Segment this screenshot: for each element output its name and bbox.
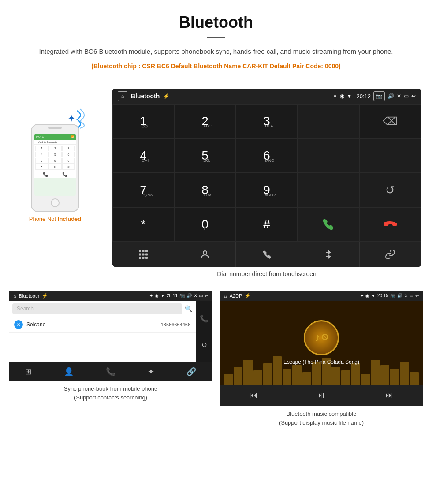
link-tab[interactable] — [360, 242, 421, 267]
dial-bottom-toolbar — [112, 242, 421, 267]
phone-speaker — [48, 127, 62, 129]
pb-usb-icon: ⚡ — [42, 293, 48, 299]
music-statusbar: ⌂ A2DP ⚡ ✦ ◉ ▼ 20:15 📷 🔊 ✕ ▭ ↩ — [220, 291, 423, 301]
contact-row[interactable]: S Seicane 13566664466 — [9, 317, 196, 333]
dial-end-button[interactable] — [359, 207, 421, 242]
dial-key-2[interactable]: 2ABC — [174, 104, 236, 138]
dial-call-button[interactable] — [298, 207, 359, 242]
album-art: ♪ — [304, 320, 339, 355]
svg-text:♪: ♪ — [315, 331, 320, 344]
statusbar-time: 20:12 — [356, 93, 371, 100]
call-log-tab[interactable] — [236, 242, 298, 267]
pb-signal-icon: ▼ — [160, 293, 165, 298]
dialpad-tab[interactable] — [112, 242, 174, 267]
next-track-button[interactable]: ⏭ — [385, 391, 393, 400]
pb-bt-icon: ✦ — [149, 293, 153, 298]
dial-key-star[interactable]: * — [112, 207, 174, 242]
home-icon[interactable]: ⌂ — [118, 91, 127, 101]
ms-cam-icon: 📷 — [390, 293, 395, 298]
search-area: Search 🔍 — [9, 301, 196, 317]
pb-cam-icon: 📷 — [179, 293, 185, 298]
pb-home-icon: ⌂ — [13, 293, 16, 299]
phonebook-screen: ⌂ Bluetooth ⚡ ✦ ◉ ▼ 20:11 📷 🔊 ✕ ▭ ↩ — [9, 291, 212, 381]
svg-rect-7 — [139, 257, 141, 259]
dial-statusbar: ⌂ Bluetooth ⚡ ✦ ◉ ▼ 20:12 📷 🔊 ✕ ▭ ↩ — [112, 89, 421, 104]
close-icon: ✕ — [397, 93, 401, 99]
pb-bot-contacts-icon[interactable]: 👤 — [64, 367, 74, 377]
pb-bot-grid-icon[interactable]: ⊞ — [25, 367, 32, 377]
dial-empty-2 — [298, 138, 359, 173]
phonebook-content: Search 🔍 S Seicane 13566664466 — [9, 301, 196, 362]
pb-bot-link-icon[interactable]: 🔗 — [186, 367, 196, 377]
svg-line-15 — [323, 335, 327, 339]
phonebook-middle: Search 🔍 S Seicane 13566664466 📞 ↺ — [9, 301, 212, 362]
ms-close-icon: ✕ — [404, 293, 408, 298]
ms-sig-icon: ▼ — [371, 293, 376, 298]
svg-rect-6 — [145, 254, 148, 256]
phonebook-statusbar: ⌂ Bluetooth ⚡ ✦ ◉ ▼ 20:11 📷 🔊 ✕ ▭ ↩ — [9, 291, 212, 301]
pb-right-refresh-icon[interactable]: ↺ — [201, 341, 207, 349]
header-description: Integrated with BC6 Bluetooth module, su… — [26, 46, 406, 57]
pb-location-icon: ◉ — [155, 293, 159, 298]
backspace-key[interactable]: ⌫ — [359, 104, 421, 138]
ms-loc-icon: ◉ — [365, 293, 369, 298]
car-dial-screen: ⌂ Bluetooth ⚡ ✦ ◉ ▼ 20:12 📷 🔊 ✕ ▭ ↩ — [112, 89, 421, 267]
search-icon[interactable]: 🔍 — [185, 305, 192, 312]
music-screen: ⌂ A2DP ⚡ ✦ ◉ ▼ 20:15 📷 🔊 ✕ ▭ ↩ — [220, 291, 423, 406]
statusbar-bluetooth-title: Bluetooth — [131, 93, 160, 100]
location-icon: ◉ — [340, 93, 344, 99]
back-icon: ↩ — [411, 93, 416, 99]
phonebook-item: ⌂ Bluetooth ⚡ ✦ ◉ ▼ 20:11 📷 🔊 ✕ ▭ ↩ — [9, 291, 212, 427]
ms-time: 20:15 — [377, 293, 388, 298]
dial-key-8[interactable]: 8TUV — [174, 173, 236, 207]
dial-key-0[interactable]: 0+ — [174, 207, 236, 242]
ms-screen-icon: ▭ — [410, 293, 413, 298]
phone-dialpad: 123 456 789 *0# — [34, 145, 76, 171]
pb-right-call-icon[interactable]: 📞 — [200, 314, 209, 323]
dial-caption: Dial number direct from touchscreen — [217, 270, 317, 277]
dial-key-5[interactable]: 5JKL — [174, 138, 236, 173]
screen-icon: ▭ — [404, 93, 409, 99]
dial-key-7[interactable]: 7PQRS — [112, 173, 174, 207]
dial-empty-3 — [359, 138, 421, 173]
dial-key-4[interactable]: 4GHI — [112, 138, 174, 173]
dial-key-hash[interactable]: # — [236, 207, 298, 242]
ms-usb-icon: ⚡ — [245, 293, 251, 299]
bottom-section: ⌂ Bluetooth ⚡ ✦ ◉ ▼ 20:11 📷 🔊 ✕ ▭ ↩ — [0, 282, 432, 431]
svg-rect-4 — [139, 254, 141, 256]
play-pause-button[interactable]: ⏯ — [317, 391, 325, 400]
svg-rect-5 — [142, 254, 144, 256]
pb-vol-icon: 🔊 — [186, 293, 192, 298]
bt-status-icon: ✦ — [333, 93, 337, 99]
dial-key-9[interactable]: 9WXYZ — [236, 173, 298, 207]
phone-home-button — [51, 198, 60, 207]
music-controls: ⏮ ⏯ ⏭ — [220, 385, 423, 406]
bluetooth-tab[interactable] — [298, 242, 360, 267]
pb-bot-bt-icon[interactable]: ✦ — [148, 367, 154, 377]
camera-icon[interactable]: 📷 — [373, 91, 385, 101]
music-item: ⌂ A2DP ⚡ ✦ ◉ ▼ 20:15 📷 🔊 ✕ ▭ ↩ — [220, 291, 423, 427]
page-header: Bluetooth Integrated with BC6 Bluetooth … — [0, 0, 432, 84]
refresh-key[interactable]: ↺ — [359, 173, 421, 207]
dial-display-area — [298, 104, 359, 138]
dial-key-6[interactable]: 6MNO — [236, 138, 298, 173]
ms-back-icon: ↩ — [415, 293, 419, 298]
contact-number: 13566664466 — [161, 322, 190, 327]
prev-track-button[interactable]: ⏮ — [250, 391, 257, 400]
ms-home-icon: ⌂ — [224, 293, 227, 299]
pb-bot-phone-icon[interactable]: 📞 — [106, 367, 115, 377]
search-bar[interactable]: Search — [12, 303, 182, 314]
pb-title: Bluetooth — [19, 293, 39, 299]
dial-key-3[interactable]: 3DEF — [236, 104, 298, 138]
contacts-tab[interactable] — [174, 242, 236, 267]
dial-key-1[interactable]: 1⌬⌬ — [112, 104, 174, 138]
contact-name: Seicane — [26, 321, 157, 328]
car-screen-section: ⌂ Bluetooth ⚡ ✦ ◉ ▼ 20:12 📷 🔊 ✕ ▭ ↩ — [110, 89, 423, 277]
svg-point-10 — [203, 251, 207, 254]
phonebook-bottom-toolbar: ⊞ 👤 📞 ✦ 🔗 — [9, 362, 212, 381]
pb-close-icon: ✕ — [194, 293, 197, 298]
svg-rect-3 — [145, 250, 148, 252]
svg-rect-9 — [145, 257, 148, 259]
phonebook-caption: Sync phone-book from mobile phone (Suppo… — [9, 385, 212, 402]
pb-back-icon: ↩ — [205, 293, 208, 298]
